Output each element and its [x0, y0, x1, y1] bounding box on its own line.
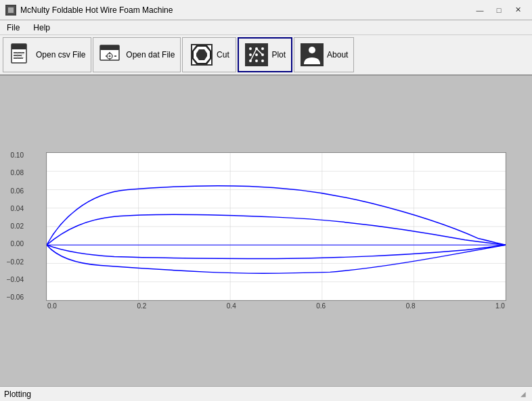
plot-icon	[244, 43, 269, 67]
resize-grip: ◢	[518, 390, 528, 399]
about-button[interactable]: About	[294, 37, 354, 72]
svg-point-14	[109, 55, 111, 57]
svg-rect-1	[8, 7, 14, 13]
y-label-6: −0.02	[2, 259, 24, 266]
about-icon	[300, 43, 324, 67]
x-label-1: 0.2	[137, 302, 146, 310]
toolbar: Open csv File Open dat File	[0, 35, 532, 76]
open-dat-button[interactable]: Open dat File	[93, 37, 181, 72]
status-text: Plotting	[4, 390, 31, 399]
open-dat-icon	[99, 43, 123, 67]
status-bar: Plotting ◢	[0, 386, 532, 401]
y-label-5: 0.00	[2, 241, 24, 247]
y-label-8: −0.06	[2, 294, 24, 301]
y-label-0: 0.10	[2, 152, 24, 159]
menu-file[interactable]: File	[0, 22, 26, 34]
cut-icon	[190, 43, 214, 67]
title-bar: McNulty Foldable Hot Wire Foam Machine —…	[0, 0, 532, 20]
plot-label: Plot	[271, 50, 286, 60]
y-label-1: 0.08	[2, 170, 24, 176]
y-label-3: 0.04	[2, 206, 24, 212]
open-csv-button[interactable]: Open csv File	[3, 37, 91, 72]
svg-rect-16	[109, 58, 110, 60]
menu-bar: File Help	[0, 20, 532, 35]
svg-point-32	[255, 60, 258, 62]
svg-rect-3	[12, 44, 26, 49]
y-label-4: 0.02	[2, 223, 24, 230]
open-csv-icon	[9, 43, 33, 67]
close-button[interactable]: ✕	[509, 3, 527, 17]
menu-help[interactable]: Help	[26, 22, 57, 34]
svg-point-25	[249, 47, 252, 50]
x-label-4: 0.8	[406, 302, 416, 310]
x-label-3: 0.6	[316, 302, 326, 310]
svg-point-27	[261, 47, 264, 50]
svg-rect-15	[109, 52, 110, 54]
x-label-2: 0.4	[227, 302, 236, 310]
svg-rect-4	[14, 52, 24, 53]
plot-button[interactable]: Plot	[238, 37, 292, 72]
x-label-5: 1.0	[495, 302, 505, 310]
window-controls: — □ ✕	[471, 3, 527, 17]
window-title: McNulty Foldable Hot Wire Foam Machine	[20, 5, 471, 15]
cut-label: Cut	[217, 50, 229, 60]
svg-point-35	[309, 47, 315, 53]
svg-point-28	[249, 53, 252, 56]
about-label: About	[327, 50, 348, 60]
maximize-button[interactable]: □	[490, 3, 508, 17]
cut-button[interactable]: Cut	[182, 37, 236, 72]
plot-svg	[47, 153, 506, 300]
y-axis-labels: 0.10 0.08 0.06 0.04 0.02 0.00 −0.02 −0.0…	[2, 152, 24, 301]
svg-rect-18	[114, 55, 116, 57]
y-label-7: −0.04	[2, 277, 24, 283]
svg-point-33	[261, 60, 264, 62]
app-icon	[5, 5, 16, 16]
main-content: 0.10 0.08 0.06 0.04 0.02 0.00 −0.02 −0.0…	[0, 76, 532, 386]
plot-area	[46, 152, 506, 301]
x-label-0: 0.0	[47, 302, 57, 310]
svg-rect-17	[106, 55, 108, 57]
minimize-button[interactable]: —	[471, 3, 489, 17]
open-csv-label: Open csv File	[36, 50, 85, 60]
open-dat-label: Open dat File	[126, 50, 175, 60]
svg-point-29	[255, 53, 258, 56]
svg-rect-12	[100, 45, 119, 50]
x-axis-labels: 0.0 0.2 0.4 0.6 0.8 1.0	[46, 302, 506, 310]
y-label-2: 0.06	[2, 188, 24, 195]
